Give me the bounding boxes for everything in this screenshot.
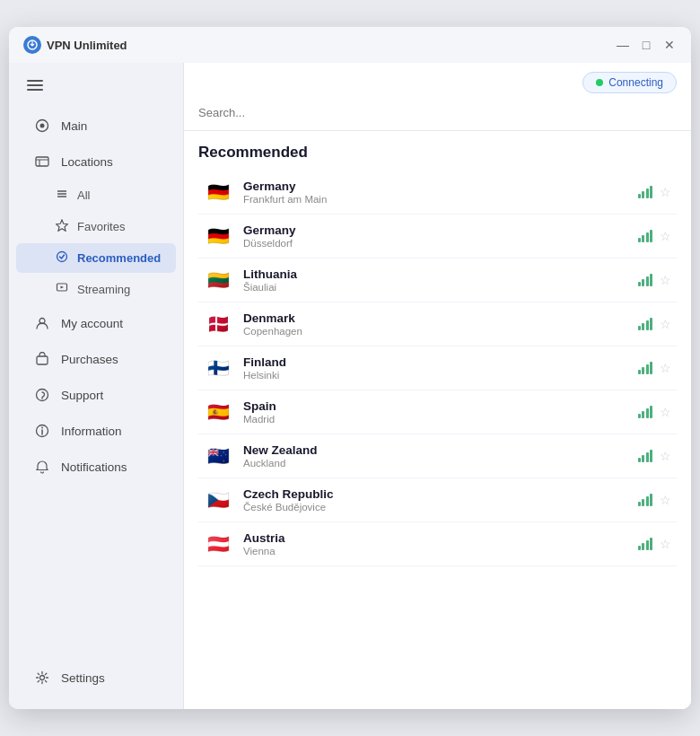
search-input[interactable] [198,104,677,121]
sidebar-myaccount-label: My account [61,317,123,330]
city-name: Frankfurt am Main [243,194,627,205]
minimize-button[interactable]: — [616,38,630,52]
flag-icon: 🇩🇪 [204,182,232,202]
flag-icon: 🇨🇿 [204,490,232,510]
close-button[interactable]: ✕ [662,38,677,52]
location-actions: ☆ [638,361,672,375]
signal-icon [638,494,653,506]
connection-status-badge: Connecting [582,72,677,93]
location-actions: ☆ [638,185,672,199]
favorite-star[interactable]: ☆ [660,229,671,243]
favorite-star[interactable]: ☆ [660,537,671,551]
sidebar-subitem-streaming[interactable]: Streaming [16,275,176,304]
list-item[interactable]: 🇨🇿 Czech Republic České Budějovice ☆ [198,478,677,522]
support-icon [34,387,50,403]
city-name: České Budějovice [243,502,627,513]
sidebar-item-main[interactable]: Main [16,109,176,143]
signal-bar-4 [650,186,652,198]
maximize-button[interactable]: □ [639,38,653,52]
locations-list: Recommended 🇩🇪 Germany Frankfurt am Main [184,131,691,709]
city-name: Vienna [243,546,627,556]
content-panel: Connecting Recommended 🇩🇪 Germany Frankf… [184,63,691,709]
favorite-star[interactable]: ☆ [660,273,671,287]
sidebar-item-purchases[interactable]: Purchases [16,342,176,376]
settings-icon [34,670,50,686]
country-name: New Zealand [243,443,627,457]
list-item[interactable]: 🇦🇹 Austria Vienna ☆ [198,522,677,566]
country-name: Lithuania [243,267,627,281]
favorite-star[interactable]: ☆ [660,185,671,199]
hamburger-line-2 [27,84,43,86]
purchases-icon [34,351,50,367]
sidebar-item-locations[interactable]: Locations [16,145,176,179]
favorites-icon [56,219,68,234]
main-layout: Main Locations All Favorites [9,63,691,709]
flag-icon: 🇳🇿 [204,446,232,466]
signal-icon [638,538,653,550]
list-item[interactable]: 🇩🇰 Denmark Copenhagen ☆ [198,302,677,346]
sidebar-notifications-label: Notifications [61,460,127,474]
signal-bar-3 [646,188,649,198]
flag-icon: 🇫🇮 [204,358,232,378]
list-item[interactable]: 🇳🇿 New Zealand Auckland ☆ [198,434,677,478]
svg-marker-9 [57,220,68,231]
sidebar-item-notifications[interactable]: Notifications [16,450,176,484]
list-item[interactable]: 🇫🇮 Finland Helsinki ☆ [198,346,677,390]
signal-icon [638,318,653,330]
list-item[interactable]: 🇩🇪 Germany Frankfurt am Main ☆ [198,171,677,215]
sidebar-item-settings[interactable]: Settings [16,661,176,695]
location-info: Denmark Copenhagen [243,311,627,337]
sidebar-streaming-label: Streaming [77,283,130,296]
hamburger-line-1 [27,80,43,82]
location-actions: ☆ [638,537,672,551]
favorite-star[interactable]: ☆ [660,361,671,375]
search-bar [184,99,691,131]
sidebar-support-label: Support [61,389,103,402]
country-name: Czech Republic [243,487,627,501]
location-actions: ☆ [638,317,672,331]
city-name: Copenhagen [243,326,627,337]
sidebar-subitem-recommended[interactable]: Recommended [16,243,176,273]
signal-bar-2 [642,191,644,198]
hamburger-menu[interactable] [9,70,183,108]
svg-marker-12 [61,286,65,289]
sidebar-divider [9,485,183,661]
titlebar: VPN Unlimited — □ ✕ [9,27,691,63]
favorite-star[interactable]: ☆ [660,317,671,331]
sidebar-recommended-label: Recommended [77,251,161,265]
location-info: Germany Düsseldorf [243,223,627,249]
sidebar-item-support[interactable]: Support [16,378,176,412]
location-info: Spain Madrid [243,399,627,425]
signal-bar-1 [638,194,641,198]
country-name: Germany [243,223,627,237]
list-item[interactable]: 🇪🇸 Spain Madrid ☆ [198,390,677,434]
svg-point-20 [40,676,45,680]
location-info: New Zealand Auckland [243,443,627,469]
favorite-star[interactable]: ☆ [660,449,671,463]
favorite-star[interactable]: ☆ [660,405,671,419]
sidebar-item-information[interactable]: Information [16,414,176,448]
list-item[interactable]: 🇩🇪 Germany Düsseldorf ☆ [198,215,677,258]
hamburger-line-3 [27,89,43,91]
window-controls: — □ ✕ [616,38,677,52]
sidebar-item-myaccount[interactable]: My account [16,306,176,340]
location-info: Austria Vienna [243,531,627,556]
svg-point-19 [41,427,43,429]
app-window: VPN Unlimited — □ ✕ Main [9,27,691,709]
location-actions: ☆ [638,405,672,419]
svg-point-10 [57,252,67,262]
sidebar-subitem-favorites[interactable]: Favorites [16,212,176,241]
sidebar-locations-label: Locations [61,155,113,169]
sidebar-subitem-all[interactable]: All [16,180,176,210]
signal-icon [638,274,653,286]
signal-icon [638,450,653,462]
list-item[interactable]: 🇱🇹 Lithuania Šiauliai ☆ [198,258,677,302]
signal-icon [638,230,653,242]
locations-icon [34,153,50,170]
all-icon [56,188,68,203]
app-logo: VPN Unlimited [23,36,127,54]
flag-icon: 🇦🇹 [204,534,232,554]
flag-icon: 🇩🇪 [204,226,232,246]
main-icon [34,118,50,134]
favorite-star[interactable]: ☆ [660,493,671,507]
